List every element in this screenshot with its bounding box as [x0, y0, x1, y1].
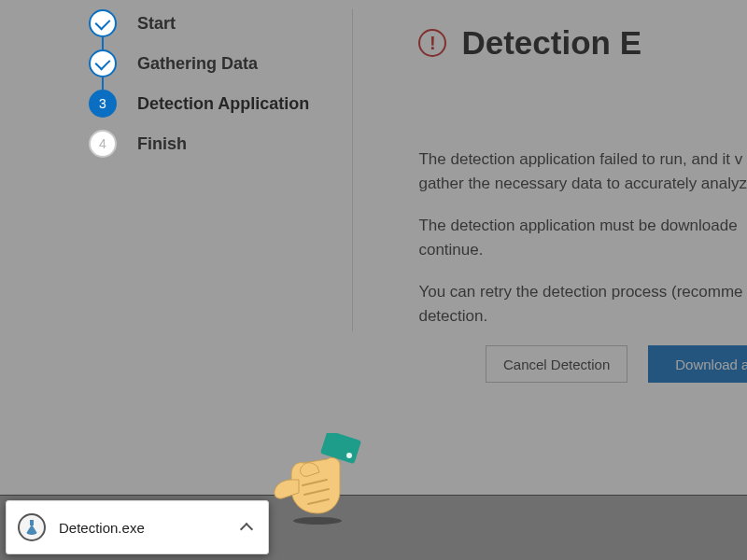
step-label: Start — [137, 9, 176, 35]
download-and-run-button[interactable]: Download and R — [648, 345, 747, 383]
chevron-up-icon[interactable] — [240, 523, 253, 536]
step-label: Gathering Data — [137, 49, 258, 75]
step-badge-pending: 4 — [89, 130, 117, 158]
paragraph: The detection application failed to run,… — [418, 147, 747, 195]
step-label: Detection Application — [137, 90, 309, 115]
paragraph: You can retry the detection process (rec… — [418, 280, 747, 328]
flask-app-icon — [18, 513, 46, 541]
step-gathering-data[interactable]: Gathering Data — [89, 49, 333, 90]
step-connector — [102, 37, 104, 49]
step-badge-active: 3 — [89, 90, 117, 118]
action-button-row: Cancel Detection Download and R — [486, 345, 747, 383]
step-start[interactable]: Start — [89, 9, 333, 49]
step-detection-application[interactable]: 3 Detection Application — [89, 90, 333, 130]
page-title: Detection E — [461, 24, 641, 62]
check-icon — [95, 14, 111, 30]
step-badge-done — [89, 9, 117, 37]
cancel-detection-button[interactable]: Cancel Detection — [486, 345, 627, 383]
step-finish[interactable]: 4 Finish — [89, 130, 333, 170]
warning-circle-icon: ! — [418, 29, 446, 57]
step-connector — [102, 77, 104, 90]
stepper-column: Start Gathering Data 3 Detection Applica… — [0, 0, 352, 560]
check-icon — [95, 54, 111, 70]
paragraph: The detection application must be downlo… — [418, 214, 747, 261]
download-filename: Detection.exe — [59, 520, 229, 536]
step-label: Finish — [137, 130, 187, 155]
wizard-page: Start Gathering Data 3 Detection Applica… — [0, 0, 747, 560]
step-badge-done — [89, 49, 117, 77]
heading-row: ! Detection E — [418, 24, 747, 62]
download-chip[interactable]: Detection.exe — [6, 500, 269, 554]
body-text: The detection application failed to run,… — [418, 147, 747, 328]
content-column: ! Detection E The detection application … — [353, 0, 747, 560]
stepper: Start Gathering Data 3 Detection Applica… — [89, 9, 333, 170]
